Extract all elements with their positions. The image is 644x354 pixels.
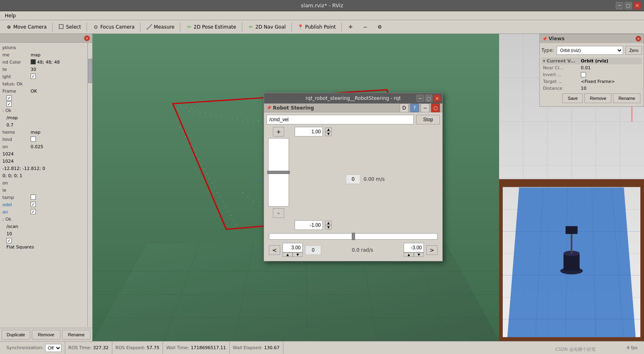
- speed-min-spinner: ▲ ▼: [325, 221, 332, 230]
- prop-name: me map: [2, 52, 91, 59]
- views-content: Type: Orbit (rviz) Zero ▾ Current V... O…: [540, 43, 644, 106]
- svg-rect-88: [228, 211, 228, 211]
- check1[interactable]: ✓: [6, 95, 12, 101]
- duplicate-btn[interactable]: Duplicate: [2, 330, 30, 340]
- toolbar-sep-2: [87, 23, 87, 31]
- speed-min-up-btn[interactable]: ▲: [325, 221, 332, 225]
- steer-left-down[interactable]: ▼: [293, 253, 303, 257]
- toolbar-extra-1[interactable]: ✛: [344, 22, 357, 32]
- views-zero-btn[interactable]: Zero: [625, 46, 642, 55]
- steer-right-down[interactable]: ▼: [414, 253, 424, 257]
- steer-left-num-input[interactable]: [283, 243, 303, 253]
- dialog-help-btn[interactable]: ?: [410, 104, 419, 112]
- prop-options: ptions: [2, 44, 91, 52]
- scan-checkbox[interactable]: ✓: [31, 209, 36, 214]
- toolbar-sep-6: [291, 23, 292, 31]
- views-tree-header-col2: Orbit (rviz): [581, 58, 640, 64]
- ros-elapsed-value: 57.75: [147, 345, 159, 350]
- sync-dropdown[interactable]: Off: [45, 344, 62, 352]
- crosshair-icon: ✛: [347, 24, 354, 30]
- scrollbar-thumb[interactable]: [88, 59, 92, 83]
- rename-btn[interactable]: Rename: [62, 330, 91, 340]
- prop-ok2: : Ok: [2, 107, 91, 114]
- toolbar-measure[interactable]: Measure: [143, 22, 178, 32]
- target-value: <Fixed Frame>: [581, 79, 640, 84]
- prop-map-topic: /map: [2, 114, 91, 122]
- color-swatch: [31, 59, 36, 64]
- toolbar-pose-estimate[interactable]: ✏ 2D Pose Estimate: [183, 22, 239, 32]
- dialog-close-btn[interactable]: ×: [433, 95, 441, 102]
- steer-left-btn[interactable]: <: [269, 245, 280, 255]
- cmd-vel-row: Stop: [266, 115, 440, 124]
- speed-minus-btn[interactable]: -: [273, 208, 284, 218]
- speed-min-input[interactable]: [295, 220, 323, 230]
- prop-position: -12.812; -12.812; 0: [2, 165, 91, 172]
- maximize-btn[interactable]: □: [625, 2, 632, 9]
- toolbar-nav-goal[interactable]: ✏ 2D Nav Goal: [245, 22, 289, 32]
- check2[interactable]: ✓: [6, 101, 12, 107]
- views-save-btn[interactable]: Save: [562, 93, 583, 103]
- views-panel-close-btn[interactable]: ×: [636, 36, 641, 41]
- wall-elapsed-label: Wall Elapsed:: [233, 345, 262, 350]
- dialog-minimize-btn[interactable]: −: [417, 95, 424, 102]
- toolbar-extra-2[interactable]: −: [359, 22, 372, 32]
- steer-right-num-input[interactable]: [404, 243, 424, 253]
- svg-rect-34: [248, 120, 248, 120]
- left-panel-close-btn[interactable]: ×: [84, 35, 90, 41]
- timestamp-checkbox[interactable]: [31, 195, 36, 200]
- wall-elapsed-item: Wall Elapsed: 130.67: [230, 342, 283, 354]
- toolbar-select[interactable]: Select: [55, 22, 84, 32]
- speed-plus-btn[interactable]: +: [273, 127, 284, 137]
- views-remove-btn[interactable]: Remove: [584, 93, 611, 103]
- toolbar-publish-point[interactable]: 📍 Publish Point: [294, 22, 339, 32]
- svg-rect-113: [253, 201, 254, 202]
- speed-slider-track[interactable]: [268, 138, 289, 207]
- svg-rect-77: [198, 159, 199, 160]
- prop-orientation: 0; 0; 0; 1: [2, 172, 91, 180]
- steer-right-btn[interactable]: >: [426, 245, 438, 255]
- svg-rect-72: [185, 136, 186, 137]
- views-rename-btn[interactable]: Rename: [613, 93, 640, 103]
- toolbar-focus-camera[interactable]: ⊙ Focus Camera: [89, 22, 138, 32]
- rad-display: 0.0 rad/s: [324, 247, 401, 253]
- stop-btn[interactable]: Stop: [416, 115, 440, 124]
- speed-max-input[interactable]: [295, 127, 323, 137]
- prop-height: 1024: [2, 158, 91, 165]
- views-tree: ▾ Current V... Orbit (rviz) Near Cl... 0…: [541, 58, 642, 92]
- dialog-sub-close-btn[interactable]: ○: [431, 104, 440, 112]
- horizontal-slider-container: [266, 232, 440, 241]
- speed-max-down-btn[interactable]: ▼: [325, 132, 332, 136]
- speed-slider-thumb[interactable]: [267, 171, 290, 174]
- cmd-vel-input[interactable]: [266, 115, 414, 124]
- light-checkbox[interactable]: ✓: [31, 74, 36, 79]
- toolbar-move-camera[interactable]: ⊕ Move Camera: [2, 22, 50, 32]
- prop-queue-size: 10: [2, 230, 91, 238]
- invert-checkbox[interactable]: [581, 72, 586, 77]
- speed-max-up-btn[interactable]: ▲: [325, 127, 332, 132]
- close-btn[interactable]: ×: [634, 2, 641, 9]
- behind-checkbox[interactable]: [31, 137, 36, 142]
- scrollbar[interactable]: [87, 43, 92, 327]
- dialog-maximize-btn[interactable]: □: [425, 95, 432, 102]
- steer-left-up[interactable]: ▲: [283, 253, 293, 257]
- menu-help[interactable]: Help: [2, 12, 19, 19]
- h-slider-thumb[interactable]: [352, 233, 355, 240]
- check3[interactable]: ✓: [6, 238, 12, 243]
- h-slider-track[interactable]: [269, 233, 438, 240]
- minimize-btn[interactable]: −: [616, 2, 623, 9]
- dialog-sub-minimize-btn[interactable]: −: [421, 104, 429, 112]
- robot-model-checkbox[interactable]: ✓: [31, 202, 36, 207]
- prop-scan: an ✓: [2, 209, 91, 216]
- dialog-dock-btn[interactable]: D: [400, 104, 409, 112]
- views-type-select[interactable]: Orbit (rviz): [557, 46, 623, 55]
- svg-rect-82: [212, 183, 212, 183]
- remove-btn[interactable]: Remove: [32, 330, 60, 340]
- sync-item: Synchronization: Off: [3, 342, 65, 354]
- steer-right-spinner: ▲ ▼: [404, 253, 424, 257]
- svg-rect-26: [205, 112, 205, 112]
- steer-right-up[interactable]: ▲: [404, 253, 414, 257]
- toolbar-extra-3[interactable]: ⚙: [373, 22, 386, 32]
- speed-min-down-btn[interactable]: ▼: [325, 225, 332, 230]
- views-type-label: Type:: [541, 48, 554, 53]
- steer-right-num-container: ▲ ▼: [404, 243, 424, 257]
